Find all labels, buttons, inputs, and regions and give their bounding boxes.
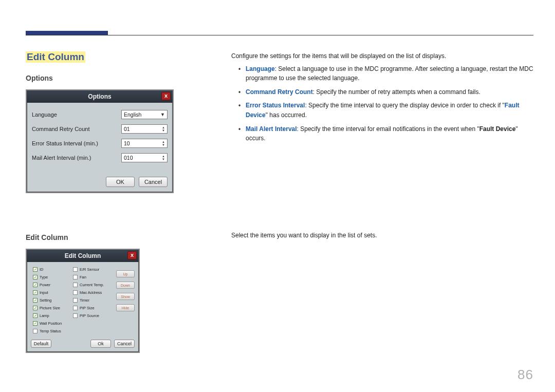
edit-column-dialog-titlebar: Edit Column x [27, 250, 139, 262]
language-dropdown[interactable]: English ▼ [121, 110, 168, 119]
checkbox-item[interactable]: PIP Source [73, 313, 114, 318]
checkbox-label: Mac Address [80, 290, 102, 295]
error-desc-2: " has occurred. [266, 111, 307, 119]
mail-desc-1: : Specify the time interval for email no… [297, 125, 479, 133]
ok-button[interactable]: Ok [90, 340, 111, 348]
checkbox-label: PIP Size [80, 306, 95, 310]
checkbox-label: Picture Size [40, 306, 60, 310]
show-button[interactable]: Show [116, 293, 135, 300]
mail-interval-spinner[interactable]: 010 ▲▼ [121, 153, 168, 162]
checkbox-unchecked-icon [73, 267, 78, 272]
checkbox-checked-icon: ✓ [33, 321, 38, 326]
edit-column-dialog: Edit Column x ✓ID✓Type✓Power✓Input✓Setti… [26, 249, 140, 353]
checkbox-item[interactable]: Timer [73, 298, 114, 303]
checkbox-checked-icon: ✓ [33, 290, 38, 295]
close-icon[interactable]: x [127, 251, 137, 259]
checkbox-unchecked-icon [73, 306, 78, 310]
ok-button[interactable]: OK [106, 177, 135, 187]
header-accent-bar [26, 31, 108, 35]
mail-term: Mail Alert Interval [246, 125, 297, 133]
checkbox-item[interactable]: E/R Sensor [73, 267, 114, 272]
edit-column-heading: Edit Column [26, 233, 185, 241]
checkbox-item[interactable]: ✓Input [33, 290, 73, 295]
error-interval-label: Error Status Interval (min.) [32, 140, 121, 146]
language-value: English [124, 111, 141, 118]
checkbox-checked-icon: ✓ [33, 313, 38, 318]
checkbox-item[interactable]: Fan [73, 275, 114, 279]
checkbox-label: Type [40, 275, 48, 279]
error-desc-1: : Specify the time interval to query the… [305, 102, 504, 109]
list-item: Command Retry Count: Specify the number … [231, 87, 534, 97]
options-dialog-body: Language English ▼ Command Retry Count 0… [27, 103, 173, 173]
spinner-arrows-icon: ▲▼ [162, 140, 165, 146]
retry-desc: : Specify the number of retry attempts w… [313, 88, 480, 96]
cancel-button[interactable]: Cancel [139, 177, 168, 187]
intro-text: Configure the settings for the items tha… [231, 51, 534, 61]
retry-count-label: Command Retry Count [32, 126, 121, 132]
fault-device-term: Fault Device [479, 125, 516, 133]
options-dialog: Options x Language English ▼ Command Ret… [26, 89, 174, 193]
checkbox-item[interactable]: Mac Address [73, 290, 114, 295]
checkbox-label: Current Temp. [80, 283, 104, 287]
edit-column-description: Select the items you want to display in … [231, 232, 534, 239]
options-heading: Options [26, 74, 185, 82]
options-dialog-footer: OK Cancel [27, 173, 173, 192]
language-term: Language [246, 65, 275, 72]
checkbox-item[interactable]: ✓Lamp [33, 313, 73, 318]
checkbox-item[interactable]: PIP Size [73, 306, 114, 310]
page-number: 86 [517, 367, 533, 383]
checkbox-unchecked-icon [73, 275, 78, 279]
checkbox-item[interactable]: ✓Picture Size [33, 306, 73, 310]
list-item: Mail Alert Interval: Specify the time in… [231, 124, 534, 143]
header-rule [26, 35, 533, 35]
edit-column-dialog-footer: Default Ok Cancel [27, 337, 139, 352]
left-column: Edit Column Options Options x Language E… [26, 51, 185, 353]
checkbox-item[interactable]: ✓Power [33, 283, 73, 287]
checkbox-item[interactable]: ✓Wall Position [33, 321, 73, 326]
error-term: Error Status Interval [246, 102, 305, 109]
mail-interval-label: Mail Alert Interval (min.) [32, 155, 121, 161]
chevron-down-icon: ▼ [160, 112, 165, 117]
language-label: Language [32, 111, 121, 118]
list-item: Error Status Interval: Specify the time … [231, 101, 534, 120]
hide-button[interactable]: Hide [116, 304, 135, 311]
checkbox-label: Setting [40, 298, 51, 303]
checkbox-item[interactable]: Temp Status [33, 329, 73, 333]
checkbox-label: Wall Position [40, 321, 62, 326]
description-block: Configure the settings for the items tha… [231, 51, 534, 147]
error-interval-spinner[interactable]: 10 ▲▼ [121, 139, 168, 148]
checkbox-item[interactable]: ✓Setting [33, 298, 73, 303]
page-title: Edit Column [26, 51, 85, 63]
edit-column-order-buttons: UpDownShowHide [116, 270, 135, 333]
checkbox-item[interactable]: Current Temp. [73, 283, 114, 287]
checkbox-label: Lamp [40, 313, 49, 318]
checkbox-checked-icon: ✓ [33, 283, 38, 287]
checkbox-label: Timer [80, 298, 89, 303]
spinner-arrows-icon: ▲▼ [162, 126, 165, 132]
mail-interval-value: 010 [124, 155, 133, 161]
language-desc: : Select a language to use in the MDC pr… [246, 65, 533, 82]
checkbox-checked-icon: ✓ [33, 306, 38, 310]
edit-column-dialog-body: ✓ID✓Type✓Power✓Input✓Setting✓Picture Siz… [27, 262, 139, 337]
checkbox-label: E/R Sensor [80, 267, 99, 272]
checkbox-item[interactable]: ✓Type [33, 275, 73, 279]
checkbox-checked-icon: ✓ [33, 275, 38, 279]
down-button[interactable]: Down [116, 282, 135, 289]
cancel-button[interactable]: Cancel [114, 340, 135, 348]
default-button[interactable]: Default [31, 340, 51, 348]
checkbox-item[interactable]: ✓ID [33, 267, 73, 272]
checkbox-unchecked-icon [73, 298, 78, 303]
close-icon[interactable]: x [161, 92, 171, 100]
error-interval-value: 10 [124, 140, 130, 146]
retry-count-value: 01 [124, 126, 130, 132]
retry-term: Command Retry Count [246, 88, 313, 96]
edit-column-list-right: E/R SensorFanCurrent Temp.Mac AddressTim… [73, 267, 114, 333]
checkbox-checked-icon: ✓ [33, 298, 38, 303]
list-item: Language: Select a language to use in th… [231, 64, 534, 83]
checkbox-label: PIP Source [80, 313, 99, 318]
checkbox-label: Temp Status [40, 329, 61, 333]
checkbox-label: Input [40, 290, 48, 295]
checkbox-checked-icon: ✓ [33, 267, 38, 272]
retry-count-spinner[interactable]: 01 ▲▼ [121, 124, 168, 134]
up-button[interactable]: Up [116, 270, 135, 277]
